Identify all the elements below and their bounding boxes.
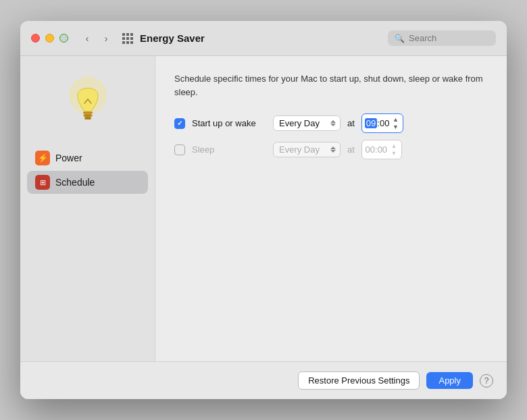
startup-label: Start up or wake xyxy=(192,118,266,128)
sleep-time-value: 00:00 xyxy=(365,145,388,155)
sidebar: ⚡ Power ⊞ Schedule xyxy=(20,56,155,361)
svg-rect-3 xyxy=(84,117,91,120)
startup-time-value: 09:00 xyxy=(365,118,390,128)
traffic-lights xyxy=(31,34,68,43)
search-icon: 🔍 xyxy=(395,34,405,43)
sleep-at-label: at xyxy=(347,145,355,155)
search-bar[interactable]: 🔍 xyxy=(388,30,496,46)
startup-frequency-dropdown[interactable]: Every Day xyxy=(273,115,341,131)
apply-button[interactable]: Apply xyxy=(426,372,473,389)
startup-time-input[interactable]: 09:00 ▲ ▼ xyxy=(361,113,404,133)
sleep-time-up: ▲ xyxy=(389,142,399,149)
window-title: Energy Saver xyxy=(140,32,388,44)
description-text: Schedule specific times for your Mac to … xyxy=(174,72,488,99)
energy-saver-icon xyxy=(61,70,115,130)
restore-button[interactable]: Restore Previous Settings xyxy=(298,371,420,390)
sidebar-item-power-label: Power xyxy=(55,153,82,163)
back-button[interactable]: ‹ xyxy=(79,30,95,47)
search-input[interactable] xyxy=(409,33,489,43)
sleep-time-input: 00:00 ▲ ▼ xyxy=(361,140,402,159)
close-button[interactable] xyxy=(31,34,40,43)
minimize-button[interactable] xyxy=(45,34,54,43)
startup-time-up[interactable]: ▲ xyxy=(391,116,400,123)
sidebar-item-power[interactable]: ⚡ Power xyxy=(27,147,148,169)
dropdown-arrow-up xyxy=(330,147,336,149)
footer: Restore Previous Settings Apply ? xyxy=(20,361,507,399)
dropdown-arrow-up xyxy=(330,120,336,123)
schedule-row-startup: Start up or wake Every Day at 09:00 xyxy=(174,113,488,133)
sleep-checkbox[interactable] xyxy=(174,145,185,155)
startup-time-highlighted: 09 xyxy=(365,118,377,128)
dropdown-arrow-down xyxy=(330,124,336,126)
startup-frequency-arrows xyxy=(330,120,336,126)
sleep-time-steppers: ▲ ▼ xyxy=(389,142,399,157)
sidebar-item-schedule[interactable]: ⊞ Schedule xyxy=(27,171,148,194)
nav-buttons: ‹ › xyxy=(79,30,114,47)
app-window: ‹ › Energy Saver 🔍 xyxy=(20,21,507,399)
schedule-row-sleep: Sleep Every Day at 00:00 xyxy=(174,140,488,159)
sidebar-item-schedule-label: Schedule xyxy=(55,177,95,188)
schedule-rows: Start up or wake Every Day at 09:00 xyxy=(174,113,488,159)
schedule-icon: ⊞ xyxy=(35,175,50,190)
startup-time-down[interactable]: ▼ xyxy=(391,124,400,130)
sleep-frequency-dropdown[interactable]: Every Day xyxy=(273,142,341,157)
sleep-label: Sleep xyxy=(192,145,266,155)
startup-frequency-value: Every Day xyxy=(279,118,320,128)
titlebar: ‹ › Energy Saver 🔍 xyxy=(20,21,507,56)
sleep-frequency-arrows xyxy=(330,147,336,153)
sleep-frequency-value: Every Day xyxy=(279,145,320,155)
startup-time-steppers: ▲ ▼ xyxy=(391,116,400,130)
sleep-time-down: ▼ xyxy=(389,150,399,157)
help-button[interactable]: ? xyxy=(480,374,493,388)
main-panel: Schedule specific times for your Mac to … xyxy=(155,56,507,361)
maximize-button[interactable] xyxy=(59,34,68,43)
forward-button[interactable]: › xyxy=(98,30,114,47)
grid-icon[interactable] xyxy=(122,33,133,44)
power-icon: ⚡ xyxy=(35,151,50,165)
content-area: ⚡ Power ⊞ Schedule Schedule specific tim… xyxy=(20,56,507,361)
startup-checkbox[interactable] xyxy=(174,118,185,129)
dropdown-arrow-down xyxy=(330,150,336,153)
startup-at-label: at xyxy=(347,118,355,128)
